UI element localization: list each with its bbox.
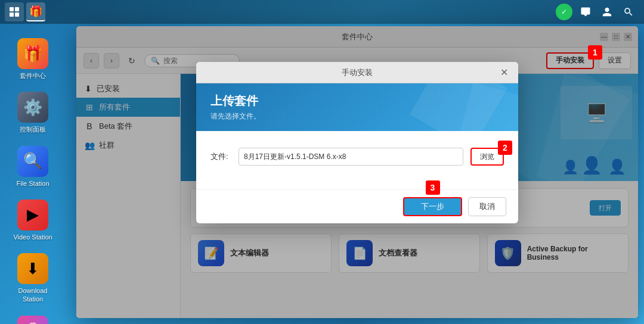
svg-rect-2 bbox=[10, 13, 14, 17]
file-row: 文件: 浏览 2 bbox=[210, 148, 504, 166]
next-button[interactable]: 下一步 bbox=[403, 197, 462, 216]
desktop-icon-moments[interactable]: 🌸 Moments bbox=[6, 311, 60, 324]
dialog-close-button[interactable]: ✕ bbox=[498, 67, 510, 79]
taskbar-package-center[interactable]: 🎁 bbox=[26, 2, 45, 21]
taskbar-grid-button[interactable] bbox=[5, 2, 24, 21]
file-label: 文件: bbox=[210, 151, 231, 162]
svg-rect-1 bbox=[15, 7, 19, 11]
svg-rect-3 bbox=[15, 13, 19, 17]
control-panel-icon: ⚙️ bbox=[17, 92, 48, 123]
package-center-window: 套件中心 — □ ✕ ‹ › ↻ 🔍 手动安装 1 设置 ⬇ bbox=[76, 26, 638, 318]
package-center-icon: 🎁 bbox=[17, 38, 48, 69]
svg-rect-0 bbox=[10, 7, 14, 11]
dialog-banner-title: 上传套件 bbox=[210, 93, 261, 109]
file-station-icon: 🔍 bbox=[17, 146, 48, 177]
dialog-banner-subtitle: 请先选择文件。 bbox=[210, 111, 261, 122]
control-panel-label: 控制面板 bbox=[20, 125, 46, 133]
download-station-label: Download Station bbox=[8, 286, 57, 304]
synology-status-icon[interactable]: ✓ bbox=[556, 4, 572, 20]
dialog-header: 手动安装 ✕ bbox=[196, 62, 518, 83]
desktop-icon-download-station[interactable]: ⬇ Download Station bbox=[6, 248, 60, 309]
video-station-icon: ▶ bbox=[17, 200, 48, 230]
dialog-body: 文件: 浏览 2 bbox=[196, 131, 518, 189]
moments-icon: 🌸 bbox=[17, 316, 48, 324]
desktop-icon-file-station[interactable]: 🔍 File Station bbox=[6, 141, 60, 192]
file-input[interactable] bbox=[239, 148, 463, 166]
step-badge-1: 1 bbox=[588, 45, 602, 60]
taskbar: 🎁 ✓ bbox=[0, 0, 644, 24]
dialog-banner-text: 上传套件 请先选择文件。 bbox=[210, 93, 261, 122]
desktop-icon-video-station[interactable]: ▶ Video Station bbox=[6, 195, 60, 246]
dialog-overlay: 手动安装 ✕ 上传套件 请先选择文件。 文件: 浏览 bbox=[76, 26, 638, 318]
taskbar-left: 🎁 bbox=[0, 2, 45, 21]
user-icon[interactable] bbox=[599, 4, 615, 20]
manual-install-dialog: 手动安装 ✕ 上传套件 请先选择文件。 文件: 浏览 bbox=[196, 62, 518, 223]
dialog-title: 手动安装 bbox=[342, 67, 373, 78]
package-center-label: 套件中心 bbox=[20, 71, 46, 80]
download-station-icon: ⬇ bbox=[17, 253, 48, 284]
desktop-icon-control-panel[interactable]: ⚙️ 控制面板 bbox=[6, 87, 60, 138]
step-badge-3: 3 bbox=[426, 180, 440, 195]
step-badge-2: 2 bbox=[498, 141, 512, 155]
dialog-footer: 3 下一步 取消 bbox=[196, 189, 518, 223]
desktop-icon-package-center[interactable]: 🎁 套件中心 bbox=[6, 33, 60, 85]
video-station-label: Video Station bbox=[13, 233, 52, 241]
cancel-button[interactable]: 取消 bbox=[468, 197, 506, 216]
file-station-label: File Station bbox=[16, 179, 49, 188]
desktop-icons-area: 🎁 套件中心 ⚙️ 控制面板 🔍 File Station ▶ Video St… bbox=[0, 29, 66, 324]
taskbar-right: ✓ bbox=[556, 4, 644, 20]
message-icon[interactable] bbox=[577, 4, 594, 20]
search-icon[interactable] bbox=[620, 4, 637, 20]
dialog-banner: 上传套件 请先选择文件。 bbox=[196, 83, 518, 131]
